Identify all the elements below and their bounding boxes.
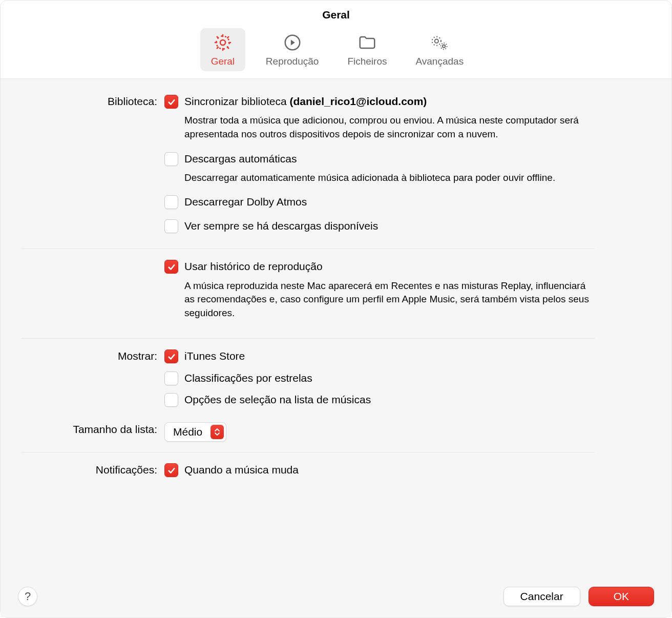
itunes-store-label: iTunes Store (184, 349, 245, 363)
song-change-label: Quando a música muda (184, 463, 299, 477)
list-size-section: Tamanho da lista: Médio (21, 422, 595, 442)
tab-advanced[interactable]: Avançadas (407, 28, 472, 71)
play-icon (282, 32, 303, 53)
toolbar: Geral Reprodução Ficheiros Avançadas (1, 28, 671, 79)
show-section: Mostrar: iTunes Store Classificações por… (21, 349, 595, 414)
tab-playback[interactable]: Reprodução (258, 28, 327, 71)
window-header: Geral Geral Reprodução Ficheiros (1, 1, 671, 79)
history-section: Usar histórico de reprodução A música re… (21, 259, 595, 330)
list-size-value: Médio (173, 426, 202, 438)
use-history-label: Usar histórico de reprodução (184, 259, 323, 274)
auto-downloads-description: Descarregar automaticamente música adici… (184, 171, 595, 185)
help-button[interactable]: ? (18, 587, 37, 606)
checkbox-auto-downloads[interactable] (164, 152, 178, 166)
tab-general[interactable]: Geral (200, 28, 245, 71)
list-selection-label: Opções de seleção na lista de músicas (184, 393, 371, 407)
svg-point-3 (435, 39, 438, 43)
library-section: Biblioteca: Sincronizar biblioteca (dani… (21, 94, 595, 240)
divider (21, 249, 595, 249)
section-label-notifications: Notificações: (21, 463, 164, 476)
gear-icon (213, 32, 233, 53)
sync-library-description: Mostrar toda a música que adicionou, com… (184, 114, 595, 141)
use-history-description: A música reproduzida neste Mac aparecerá… (184, 279, 595, 320)
section-label-library: Biblioteca: (21, 94, 164, 108)
checkbox-list-selection[interactable] (164, 393, 178, 407)
tab-label: Ficheiros (347, 56, 387, 67)
content-area: Biblioteca: Sincronizar biblioteca (dani… (1, 79, 671, 575)
section-label-show: Mostrar: (21, 349, 164, 362)
svg-point-6 (441, 43, 447, 49)
footer: ? Cancelar OK (1, 575, 671, 617)
checkbox-use-history[interactable] (164, 260, 178, 274)
tab-label: Geral (211, 56, 235, 67)
star-ratings-label: Classificações por estrelas (184, 371, 312, 385)
section-label-list-size: Tamanho da lista: (21, 422, 164, 436)
svg-point-5 (443, 45, 445, 48)
gears-icon (429, 32, 450, 53)
check-downloads-label: Ver sempre se há descargas disponíveis (184, 219, 378, 233)
tab-label: Reprodução (266, 56, 319, 67)
checkbox-check-downloads[interactable] (164, 219, 178, 233)
checkbox-song-change[interactable] (164, 463, 178, 477)
list-size-select[interactable]: Médio (164, 422, 226, 442)
chevron-up-down-icon (211, 425, 224, 439)
checkbox-dolby-atmos[interactable] (164, 195, 178, 209)
folder-icon (357, 32, 377, 53)
checkbox-sync-library[interactable] (164, 95, 178, 109)
dolby-atmos-label: Descarregar Dolby Atmos (184, 195, 307, 209)
auto-downloads-label: Descargas automáticas (184, 152, 297, 166)
ok-button[interactable]: OK (589, 587, 654, 606)
tab-files[interactable]: Ficheiros (339, 28, 395, 71)
notifications-section: Notificações: Quando a música muda (21, 463, 595, 482)
window-title: Geral (1, 9, 671, 21)
preferences-window: Geral Geral Reprodução Ficheiros (0, 0, 672, 618)
divider (21, 338, 595, 339)
svg-point-4 (432, 37, 441, 46)
sync-library-label: Sincronizar biblioteca (daniel_rico1@icl… (184, 94, 427, 109)
checkbox-star-ratings[interactable] (164, 372, 178, 385)
divider (21, 452, 595, 452)
tab-label: Avançadas (415, 56, 464, 67)
svg-point-0 (220, 40, 225, 45)
checkbox-itunes-store[interactable] (164, 349, 178, 363)
cancel-button[interactable]: Cancelar (503, 587, 580, 606)
